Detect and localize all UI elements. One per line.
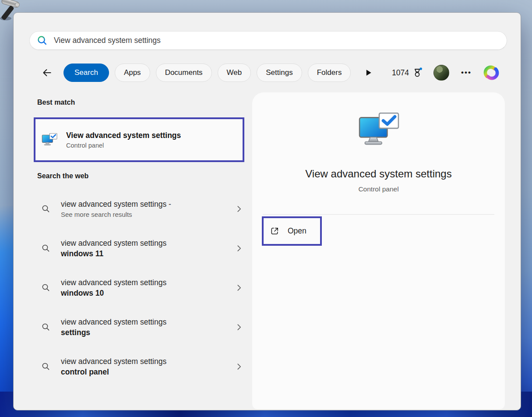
search-flyout-window: Search Apps Documents Web Settings Folde… bbox=[13, 12, 521, 410]
search-icon bbox=[37, 35, 48, 46]
rewards-points: 1074 bbox=[392, 68, 409, 78]
suggestion-text: view advanced system settings windows 11 bbox=[61, 238, 166, 259]
web-suggestion-row[interactable]: view advanced system settings settings bbox=[37, 311, 245, 344]
search-bar[interactable] bbox=[29, 31, 507, 50]
monitor-check-icon-large bbox=[358, 113, 399, 150]
chevron-right-icon bbox=[234, 204, 244, 214]
suggestion-text: view advanced system settings settings bbox=[61, 317, 166, 338]
chevron-right-icon bbox=[234, 283, 244, 293]
tab-row-right-cluster: 1074 ••• bbox=[363, 63, 500, 83]
tab-folders[interactable]: Folders bbox=[308, 64, 351, 82]
suggestion-text: view advanced system settings windows 10 bbox=[61, 277, 166, 299]
chevron-right-icon bbox=[234, 322, 244, 332]
suggestion-line1: view advanced system settings bbox=[61, 356, 166, 367]
play-icon bbox=[364, 68, 373, 77]
tab-search[interactable]: Search bbox=[63, 64, 109, 82]
filter-tab-row: Search Apps Documents Web Settings Folde… bbox=[38, 63, 356, 83]
desktop: Search Apps Documents Web Settings Folde… bbox=[0, 0, 532, 417]
rewards-button[interactable]: 1074 bbox=[392, 67, 423, 78]
web-suggestion-row[interactable]: view advanced system settings windows 10 bbox=[37, 271, 245, 304]
detail-title: View advanced system settings bbox=[252, 168, 505, 180]
web-suggestion-row[interactable]: view advanced system settings - See more… bbox=[37, 192, 245, 226]
magnifier-icon bbox=[41, 361, 51, 372]
tab-documents[interactable]: Documents bbox=[156, 64, 212, 82]
suggestion-line2: windows 10 bbox=[61, 288, 166, 299]
suggestion-line2: See more search results bbox=[61, 210, 171, 219]
suggestion-text: view advanced system settings control pa… bbox=[61, 356, 166, 378]
user-avatar[interactable] bbox=[433, 65, 449, 81]
open-button-label: Open bbox=[288, 226, 307, 236]
suggestion-line1: view advanced system settings - bbox=[61, 199, 171, 210]
best-match-header: Best match bbox=[37, 99, 75, 106]
more-options-button[interactable]: ••• bbox=[459, 65, 474, 80]
best-match-text: View advanced system settings Control pa… bbox=[66, 131, 181, 149]
external-link-icon bbox=[270, 226, 280, 236]
magnifier-icon bbox=[41, 322, 51, 332]
rewards-trophy-icon bbox=[412, 67, 423, 78]
magnifier-icon bbox=[41, 204, 51, 214]
copilot-button[interactable] bbox=[483, 64, 500, 81]
tab-web[interactable]: Web bbox=[218, 64, 251, 82]
suggestion-line2: control panel bbox=[61, 367, 166, 378]
best-match-title: View advanced system settings bbox=[66, 131, 181, 140]
detail-subtitle: Control panel bbox=[252, 185, 505, 193]
best-match-result[interactable]: View advanced system settings Control pa… bbox=[35, 119, 243, 160]
hammer-cursor-icon bbox=[0, 0, 26, 27]
open-button[interactable]: Open bbox=[264, 218, 320, 244]
arrow-left-icon bbox=[41, 67, 53, 78]
web-suggestion-row[interactable]: view advanced system settings control pa… bbox=[37, 350, 245, 383]
tab-settings[interactable]: Settings bbox=[257, 64, 302, 82]
monitor-check-icon bbox=[42, 133, 57, 147]
play-button[interactable] bbox=[363, 67, 373, 78]
tab-apps[interactable]: Apps bbox=[115, 64, 150, 82]
copilot-icon bbox=[483, 64, 500, 81]
suggestion-line1: view advanced system settings bbox=[61, 277, 166, 288]
suggestion-line2: settings bbox=[61, 327, 166, 338]
search-input[interactable] bbox=[54, 36, 500, 45]
chevron-right-icon bbox=[234, 244, 244, 253]
web-suggestion-row[interactable]: view advanced system settings windows 11 bbox=[37, 232, 245, 265]
result-detail-panel: View advanced system settings Control pa… bbox=[252, 92, 505, 409]
divider bbox=[263, 214, 494, 215]
chevron-right-icon bbox=[234, 362, 244, 371]
search-the-web-header: Search the web bbox=[37, 172, 88, 180]
back-button[interactable] bbox=[38, 64, 56, 82]
suggestion-line2: windows 11 bbox=[61, 248, 166, 259]
suggestion-line1: view advanced system settings bbox=[61, 317, 166, 328]
best-match-subtitle: Control panel bbox=[66, 142, 181, 149]
magnifier-icon bbox=[41, 283, 51, 293]
suggestion-text: view advanced system settings - See more… bbox=[61, 199, 171, 219]
open-annotation-box: Open bbox=[262, 216, 322, 246]
suggestion-line1: view advanced system settings bbox=[61, 238, 166, 249]
best-match-annotation-box: View advanced system settings Control pa… bbox=[34, 117, 244, 162]
magnifier-icon bbox=[41, 243, 51, 254]
